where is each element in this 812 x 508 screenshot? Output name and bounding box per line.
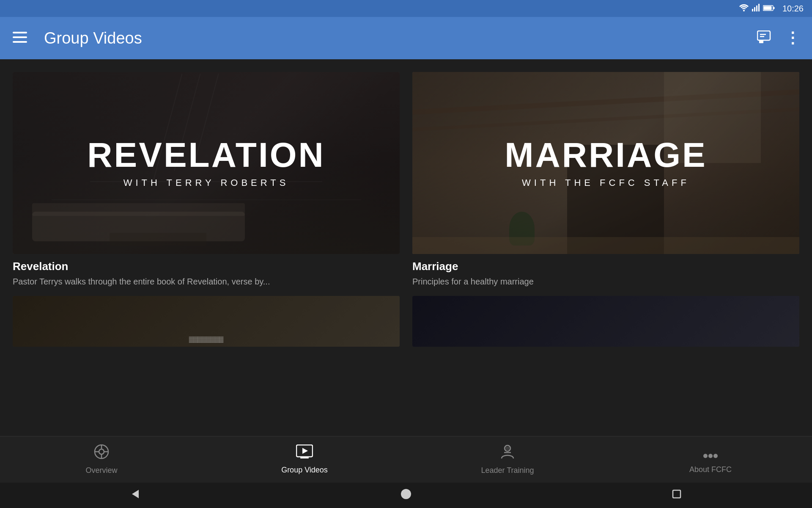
marriage-video-title: Marriage: [412, 260, 799, 273]
marriage-subtitle: WITH THE FCFC STAFF: [522, 177, 690, 188]
status-bar: 10:26: [0, 0, 812, 17]
content-area: REVELATION WITH TERRY ROBERTS Revelation…: [0, 59, 812, 453]
overview-icon: [94, 444, 109, 463]
svg-point-27: [703, 454, 708, 458]
nav-item-about-fcfc[interactable]: About FCFC: [677, 445, 744, 474]
marriage-video-desc: Principles for a healthy marriage: [412, 276, 799, 287]
svg-marker-30: [132, 490, 139, 498]
marriage-thumbnail[interactable]: MARRIAGE WITH THE FCFC STAFF: [412, 72, 799, 254]
svg-point-31: [401, 489, 411, 499]
bottom-navigation: Overview Group Videos Leader Training: [0, 436, 812, 483]
svg-rect-8: [13, 32, 27, 33]
status-time: 10:26: [782, 4, 804, 14]
svg-rect-10: [13, 41, 27, 43]
leader-training-icon: [499, 444, 516, 463]
home-button[interactable]: [400, 488, 412, 503]
svg-rect-32: [673, 490, 680, 498]
marriage-overlay: MARRIAGE WITH THE FCFC STAFF: [412, 72, 799, 254]
partial-card-1[interactable]: ▓▓▓▓▓▓▓▓: [13, 296, 400, 347]
video-card-marriage[interactable]: MARRIAGE WITH THE FCFC STAFF Marriage Pr…: [412, 72, 799, 287]
back-button[interactable]: [129, 488, 141, 503]
page-title: Group Videos: [44, 29, 757, 47]
svg-rect-7: [773, 7, 774, 9]
svg-marker-22: [302, 448, 308, 454]
marriage-title: MARRIAGE: [505, 138, 707, 172]
svg-rect-1: [752, 9, 753, 11]
group-videos-label: Group Videos: [281, 466, 328, 475]
svg-rect-13: [760, 36, 764, 37]
group-videos-icon: [296, 444, 313, 462]
nav-item-overview[interactable]: Overview: [68, 444, 135, 475]
overview-label: Overview: [85, 466, 117, 475]
wifi-icon: [739, 4, 749, 14]
svg-point-16: [99, 449, 104, 454]
hamburger-menu-button[interactable]: [13, 30, 27, 46]
signal-icon: [752, 4, 760, 14]
revelation-overlay: REVELATION WITH TERRY ROBERTS: [13, 72, 400, 254]
chat-icon[interactable]: [757, 30, 772, 46]
svg-rect-9: [13, 36, 27, 38]
revelation-video-desc: Pastor Terrys walks through the entire b…: [13, 276, 400, 287]
status-icons: 10:26: [739, 4, 804, 14]
svg-rect-12: [760, 34, 766, 35]
revelation-video-title: Revelation: [13, 260, 400, 273]
revelation-info: Revelation Pastor Terrys walks through t…: [13, 254, 400, 287]
app-bar-actions: ⋮: [757, 29, 799, 47]
video-card-revelation[interactable]: REVELATION WITH TERRY ROBERTS Revelation…: [13, 72, 400, 287]
revelation-subtitle: WITH TERRY ROBERTS: [123, 177, 289, 188]
svg-rect-4: [758, 4, 760, 11]
system-navigation-bar: [0, 483, 812, 508]
revelation-thumbnail[interactable]: REVELATION WITH TERRY ROBERTS: [13, 72, 400, 254]
marriage-info: Marriage Principles for a healthy marria…: [412, 254, 799, 287]
nav-item-leader-training[interactable]: Leader Training: [474, 444, 541, 475]
svg-rect-6: [763, 6, 771, 10]
nav-item-group-videos[interactable]: Group Videos: [271, 444, 338, 475]
about-fcfc-icon: [703, 445, 718, 462]
svg-point-28: [708, 454, 713, 458]
svg-point-0: [743, 10, 745, 11]
leader-training-label: Leader Training: [481, 466, 534, 475]
svg-rect-11: [757, 31, 770, 40]
recents-button[interactable]: [671, 488, 683, 503]
more-options-icon[interactable]: ⋮: [785, 29, 799, 47]
app-bar: Group Videos ⋮: [0, 17, 812, 59]
svg-rect-3: [756, 6, 757, 11]
svg-point-29: [713, 454, 718, 458]
svg-rect-2: [754, 7, 755, 11]
battery-icon: [763, 4, 775, 14]
revelation-title: REVELATION: [87, 138, 325, 172]
svg-rect-25: [505, 447, 510, 450]
partial-card-2[interactable]: [412, 296, 799, 347]
about-fcfc-label: About FCFC: [689, 465, 732, 474]
svg-rect-23: [300, 457, 309, 458]
svg-rect-14: [759, 40, 763, 43]
